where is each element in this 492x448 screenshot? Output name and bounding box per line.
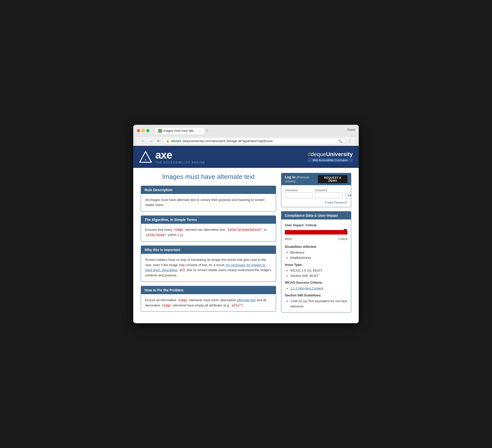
deque-d-letter: d [308,151,311,157]
back-button[interactable]: ← [140,138,146,144]
issue-type-list: WCAG 2.0 (A): MUST Section 508: MUST [290,268,347,279]
how-to-fix-header: How to Fix the Problem [141,286,276,294]
alt-empty-code: alt="" [231,303,244,307]
traffic-lights [137,129,150,132]
login-button[interactable]: Login [345,192,351,198]
img-code-3: <img> [161,303,172,307]
algorithm-header: The Algorithm, in Simple Terms [141,216,276,224]
axe-tagline: THE ACCESSIBILITY ENGINE [155,161,205,164]
section508-label: Section 508 Guidelines: [285,293,347,298]
tab-favicon-icon: d [158,129,162,133]
impact-value: Critical [305,223,316,227]
impact-bar [285,230,347,235]
rule-description-text: All images must have alternate text to c… [145,198,265,207]
wcag-link[interactable]: 1.1.1 Non-text Content [290,286,323,290]
url-path: /rules/axe/2.2/image-alt?application=lig… [210,139,273,143]
close-button[interactable] [137,129,140,132]
compliance-body: User Impact: Critical Minor Critical Dis… [281,219,351,312]
role-presentation-code: role="presentation" [227,228,263,232]
site-header: ! axe THE ACCESSIBILITY ENGINE ddequeUni… [133,146,359,168]
rule-description-header: Rule Description [141,186,276,194]
issue-type-label: Issue Type: [285,262,347,268]
password-field-group: Password: [315,189,342,198]
deque-subtitle: Web Accessibility Curriculum [308,158,353,162]
secure-text: Secure [171,139,181,143]
refresh-button[interactable]: ⟳ [156,139,161,144]
browser-menu-button[interactable]: ⋮ [348,138,352,144]
deque-university-logo: ddequeUniversity Web Accessibility Curri… [308,152,353,162]
necessary-link[interactable]: it's necessary for images to have short,… [145,263,265,272]
wcag-list: 1.1.1 Non-text Content [290,286,347,291]
address-bar[interactable]: 🔒 Secure dequeuniversity.com/rules/axe/2… [163,138,346,144]
browser-titlebar: d Images must have alternate te… ✕ + Gue… [133,125,359,146]
login-header: Log in (Premium content) REQUEST A DEMO [281,173,351,185]
browser-window: d Images must have alternate te… ✕ + Gue… [133,125,359,323]
secure-icon: 🔒 [166,139,170,143]
login-panel: Log in (Premium content) REQUEST A DEMO … [281,173,351,207]
username-input[interactable] [285,192,312,198]
login-header-text: Log in (Premium content) [285,175,318,183]
guest-label: Guest [347,128,355,133]
disabilities-label: Disabilities Affected: [285,244,347,250]
impact-slider [285,230,347,235]
rule-description-card: Rule Description All images must have al… [141,186,276,212]
list-item: Blindness [290,250,347,255]
impact-max-label: Critical [338,237,347,242]
why-important-header: Why this is Important [141,246,276,254]
browser-toolbar: ← → ⟳ 🔒 Secure dequeuniversity.com/rules… [137,136,355,146]
forgot-password: Forgot Password? [285,200,347,204]
list-item: Section 508: MUST [290,273,347,279]
axe-text-group: axe THE ACCESSIBILITY ENGINE [155,150,205,164]
login-body: Username: Password: Login Forgot Passwor… [281,185,351,207]
role-none-code: role="none" [145,233,167,237]
img-code-2: <img> [177,298,188,302]
algorithm-card: The Algorithm, in Simple Terms Ensures t… [141,215,276,242]
forgot-password-link[interactable]: Forgot Password? [325,201,347,204]
username-field-group: Username: [285,189,312,198]
list-item: 1.1.1 Non-text Content [290,286,347,291]
url-host: dequeuniversity.com [183,139,210,143]
why-important-body: Screen readers have no way of translatin… [141,254,276,282]
axe-triangle-icon: ! [139,151,152,163]
maximize-button[interactable] [146,129,150,132]
rule-description-body: All images must have alternate text to c… [141,194,276,211]
list-item: Deafblindness [290,255,347,261]
axe-wordmark: axe [155,150,205,160]
user-impact-label: User Impact: Critical [285,222,347,228]
request-demo-button[interactable]: REQUEST A DEMO [318,175,347,183]
how-to-fix-card: How to Fix the Problem Ensure all inform… [141,286,276,312]
section508-list: 1194.22 (a) Text equivalent for non-text… [290,299,347,309]
login-label: Log in [285,175,295,179]
algorithm-body: Ensures that every <img> element has alt… [141,224,276,241]
page-title: Images must have alternate text [141,173,276,181]
list-item: 1194.22 (a) Text equivalent for non-text… [290,299,347,309]
right-column: Log in (Premium content) REQUEST A DEMO … [281,173,351,316]
login-fields: Username: Password: Login [285,189,347,198]
active-tab[interactable]: d Images must have alternate te… ✕ [155,127,205,134]
minimize-button[interactable] [142,129,145,132]
img-code-1: <img> [173,228,184,232]
how-to-fix-body: Ensure all informative <img> elements ha… [141,294,276,312]
compliance-header: Compliance Data & User Impact [281,211,351,219]
disabilities-list: Blindness Deafblindness [290,250,347,261]
alt-code: alt [179,268,186,272]
forward-button[interactable]: → [148,138,154,144]
search-button[interactable]: 🔍 [338,139,342,143]
alternate-text-link[interactable]: alternate text [237,298,256,302]
list-item: WCAG 2.0 (A): MUST [290,268,347,273]
tab-bar: d Images must have alternate te… ✕ + [155,127,345,134]
impact-label-text: User Impact: [285,223,305,227]
page-content: ! axe THE ACCESSIBILITY ENGINE ddequeUni… [133,146,359,323]
impact-marker-icon [343,229,347,232]
url-display: dequeuniversity.com/rules/axe/2.2/image-… [183,139,273,143]
left-column: Images must have alternate text Rule Des… [141,173,276,316]
username-label: Username: [285,189,312,192]
password-label: Password: [315,189,342,192]
new-tab-button[interactable]: + [206,128,208,134]
deque-suffix: University [326,151,353,157]
tab-close-icon[interactable]: ✕ [199,129,201,132]
deque-logo-text: ddequeUniversity [308,152,353,157]
main-body: Images must have alternate text Rule Des… [133,168,359,323]
password-input[interactable] [315,192,342,198]
axe-logo: ! axe THE ACCESSIBILITY ENGINE [139,150,205,164]
